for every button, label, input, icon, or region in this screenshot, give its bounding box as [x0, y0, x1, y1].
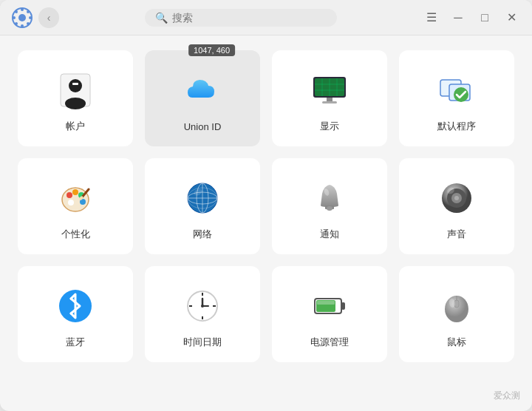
minimize-button[interactable]: ─ — [449, 9, 467, 27]
unionid-icon — [180, 69, 225, 114]
svg-point-28 — [72, 189, 78, 195]
default-apps-icon — [434, 68, 479, 112]
svg-point-27 — [66, 192, 72, 198]
svg-point-5 — [29, 16, 32, 19]
svg-point-1 — [18, 14, 26, 21]
main-content: 帐户 1047, 460 — [0, 35, 532, 411]
svg-point-11 — [69, 79, 82, 92]
grid-item-notification[interactable]: 通知 — [272, 158, 387, 254]
sound-icon — [434, 176, 479, 220]
tooltip-unionid: 1047, 460 — [188, 44, 235, 56]
titlebar-controls: ☰ ─ □ ✕ — [423, 9, 520, 27]
default-apps-label: 默认程序 — [437, 120, 476, 133]
svg-point-9 — [15, 22, 18, 25]
grid-item-unionid[interactable]: 1047, 460 Union ID — [145, 50, 260, 146]
account-label: 帐户 — [66, 120, 85, 133]
power-icon — [307, 284, 352, 328]
svg-point-7 — [27, 22, 30, 25]
grid-item-mouse[interactable]: 鼠标 — [399, 266, 514, 362]
datetime-label: 时间日期 — [183, 336, 222, 349]
svg-point-42 — [327, 206, 332, 211]
svg-point-31 — [68, 200, 74, 206]
back-button[interactable]: ‹ — [38, 7, 59, 28]
notification-icon — [307, 176, 352, 220]
network-label: 网络 — [193, 228, 212, 241]
personalization-label: 个性化 — [61, 228, 90, 241]
sound-label: 声音 — [447, 228, 466, 241]
mouse-label: 鼠标 — [447, 336, 466, 349]
svg-rect-13 — [72, 83, 78, 85]
grid-item-personalization[interactable]: 个性化 — [18, 158, 133, 254]
back-icon: ‹ — [47, 12, 51, 24]
close-button[interactable]: ✕ — [502, 9, 520, 27]
grid-item-default-apps[interactable]: 默认程序 — [399, 50, 514, 146]
titlebar-left: ‹ — [12, 7, 59, 28]
svg-point-8 — [27, 10, 30, 13]
grid-item-sound[interactable]: 声音 — [399, 158, 514, 254]
network-icon — [180, 176, 225, 220]
search-input[interactable] — [172, 12, 327, 24]
unionid-label: Union ID — [184, 121, 222, 132]
search-icon: 🔍 — [155, 12, 168, 24]
mouse-icon — [434, 284, 479, 328]
svg-point-47 — [454, 196, 459, 200]
svg-point-4 — [13, 16, 16, 19]
settings-window: ‹ 🔍 ☰ ─ □ ✕ — [0, 0, 532, 411]
grid-item-bluetooth[interactable]: 蓝牙 — [18, 266, 133, 362]
svg-point-2 — [21, 8, 24, 11]
minimize-icon: ─ — [454, 11, 462, 24]
display-label: 显示 — [320, 120, 339, 133]
svg-point-58 — [201, 305, 204, 308]
titlebar: ‹ 🔍 ☰ ─ □ ✕ — [0, 0, 532, 35]
grid-item-network[interactable]: 网络 — [145, 158, 260, 254]
maximize-icon: □ — [481, 11, 488, 24]
app-logo-icon — [12, 7, 33, 28]
maximize-button[interactable]: □ — [476, 9, 494, 27]
settings-grid: 帐户 1047, 460 — [18, 50, 514, 362]
menu-icon: ☰ — [426, 10, 437, 24]
grid-item-account[interactable]: 帐户 — [18, 50, 133, 146]
svg-rect-22 — [322, 101, 337, 103]
grid-item-power[interactable]: 电源管理 — [272, 266, 387, 362]
account-icon — [53, 68, 98, 112]
search-bar[interactable]: 🔍 — [145, 9, 337, 27]
datetime-icon — [180, 284, 225, 328]
close-icon: ✕ — [507, 10, 516, 24]
svg-rect-60 — [341, 302, 345, 310]
svg-point-6 — [15, 10, 18, 13]
bluetooth-label: 蓝牙 — [66, 336, 85, 349]
grid-item-display[interactable]: 显示 — [272, 50, 387, 146]
svg-rect-62 — [317, 301, 335, 305]
grid-item-datetime[interactable]: 时间日期 — [145, 266, 260, 362]
svg-rect-21 — [327, 98, 332, 101]
menu-button[interactable]: ☰ — [423, 9, 440, 27]
notification-label: 通知 — [320, 228, 339, 241]
personalization-icon — [53, 176, 98, 220]
svg-point-12 — [65, 98, 86, 109]
display-icon — [307, 68, 352, 112]
power-label: 电源管理 — [310, 336, 349, 349]
svg-point-3 — [21, 24, 24, 27]
bluetooth-icon — [53, 284, 98, 328]
